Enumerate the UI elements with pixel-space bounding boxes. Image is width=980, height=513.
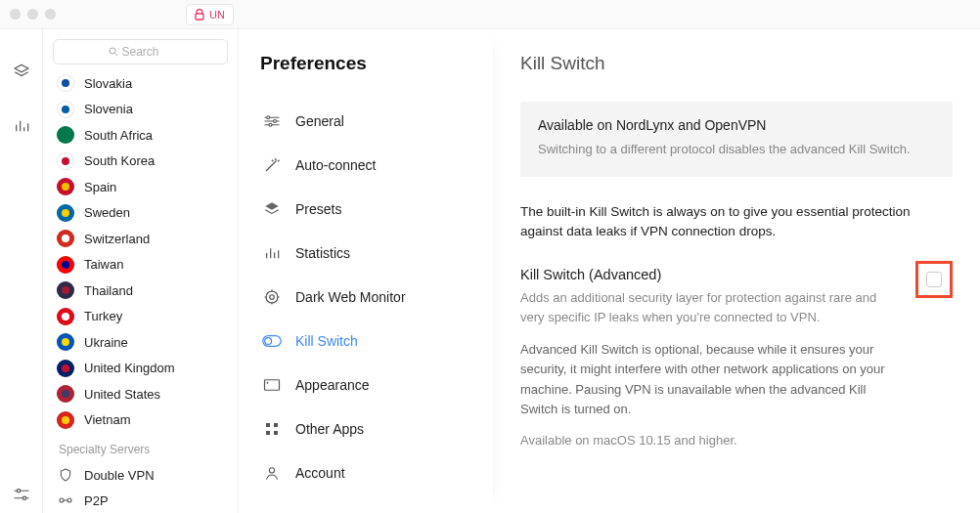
detail-heading: Kill Switch (520, 53, 953, 74)
nav-item-label: Other Apps (295, 421, 364, 437)
status-pill[interactable]: UN (186, 4, 234, 25)
nav-item-presets[interactable]: Presets (260, 192, 493, 227)
info-sub: Switching to a different protocol disabl… (538, 141, 935, 159)
country-item[interactable]: United Kingdom (57, 356, 238, 382)
country-name: Vietnam (84, 412, 130, 427)
svg-rect-18 (274, 431, 278, 435)
search-icon (108, 46, 119, 58)
svg-point-19 (269, 468, 274, 473)
info-title: Available on NordLynx and OpenVPN (538, 117, 935, 133)
specialty-item[interactable]: Double VPN (57, 462, 238, 488)
nav-item-dark-web-monitor[interactable]: Dark Web Monitor (260, 279, 493, 315)
stats-icon[interactable] (13, 117, 30, 135)
country-item[interactable]: Thailand (57, 278, 238, 304)
body: SlovakiaSloveniaSouth AfricaSouth KoreaS… (0, 29, 980, 513)
country-item[interactable]: Switzerland (57, 226, 238, 252)
country-item[interactable]: Turkey (57, 304, 238, 330)
svg-point-2 (22, 496, 25, 499)
flag-icon (57, 281, 74, 299)
country-name: Ukraine (84, 335, 128, 350)
country-name: Sweden (84, 205, 130, 220)
nav-item-statistics[interactable]: Statistics (260, 235, 493, 271)
grid-icon (262, 419, 282, 439)
svg-point-7 (274, 120, 277, 123)
min-dot[interactable] (27, 9, 38, 20)
nav-item-appearance[interactable]: Appearance (260, 367, 493, 403)
flag-icon (57, 152, 74, 170)
builtin-paragraph: The built-in Kill Switch is always on to… (520, 202, 953, 242)
country-name: United Kingdom (84, 361, 175, 375)
country-item[interactable]: Taiwan (57, 252, 238, 278)
country-name: Turkey (84, 309, 122, 323)
lock-icon (195, 9, 204, 21)
specialty-list: Double VPNP2P (57, 462, 238, 513)
flag-icon (57, 308, 74, 325)
nav-item-other-apps[interactable]: Other Apps (260, 411, 493, 447)
detail-pane: Kill Switch Available on NordLynx and Op… (493, 29, 980, 513)
svg-point-6 (267, 116, 270, 119)
country-item[interactable]: Slovenia (57, 97, 238, 123)
country-name: South Africa (84, 128, 153, 143)
country-name: Taiwan (84, 257, 123, 272)
country-sidebar: SlovakiaSloveniaSouth AfricaSouth KoreaS… (43, 29, 239, 513)
country-name: Thailand (84, 283, 133, 298)
window-controls (10, 9, 56, 20)
svg-rect-0 (196, 14, 203, 20)
shield-icon (57, 466, 74, 484)
target-icon (262, 287, 282, 307)
country-item[interactable]: Ukraine (57, 329, 238, 356)
specialty-label: Specialty Servers (59, 443, 238, 456)
nav-item-label: Presets (295, 201, 341, 217)
flag-icon (57, 178, 74, 195)
advanced-text: Kill Switch (Advanced) Adds an additiona… (520, 267, 896, 448)
svg-point-14 (267, 382, 269, 384)
flag-icon (57, 101, 74, 118)
country-item[interactable]: Vietnam (57, 407, 238, 434)
country-item[interactable]: South Korea (57, 149, 238, 175)
country-name: South Korea (84, 153, 155, 168)
country-name: Spain (84, 180, 116, 194)
svg-point-12 (265, 338, 272, 345)
iconbar (0, 29, 43, 513)
nav-item-label: Kill Switch (295, 333, 358, 349)
rect-icon (262, 375, 282, 395)
country-item[interactable]: Slovakia (57, 70, 238, 97)
settings-icon[interactable] (13, 486, 30, 503)
nav-item-auto-connect[interactable]: Auto-connect (260, 148, 493, 183)
country-item[interactable]: Spain (57, 174, 238, 200)
advanced-checkbox[interactable] (926, 272, 942, 287)
nav-item-general[interactable]: General (260, 104, 493, 139)
titlebar: UN (0, 0, 980, 29)
country-item[interactable]: South Africa (57, 122, 238, 149)
country-scroll[interactable]: SlovakiaSloveniaSouth AfricaSouth KoreaS… (43, 70, 238, 513)
svg-point-8 (269, 123, 272, 126)
svg-point-9 (266, 291, 278, 303)
close-dot[interactable] (10, 9, 21, 20)
advanced-row: Kill Switch (Advanced) Adds an additiona… (520, 267, 953, 448)
p2p-icon (57, 492, 74, 509)
advanced-title: Kill Switch (Advanced) (520, 267, 896, 282)
preferences-nav: GeneralAuto-connectPresetsStatisticsDark… (260, 104, 493, 491)
flag-icon (57, 204, 74, 222)
search-input[interactable] (53, 39, 228, 64)
flag-icon (57, 74, 74, 92)
max-dot[interactable] (45, 9, 56, 20)
layers-icon (262, 199, 282, 219)
svg-point-5 (67, 498, 71, 502)
specialty-item[interactable]: P2P (57, 488, 238, 513)
search-wrap (43, 29, 238, 70)
nav-item-label: Account (295, 465, 345, 481)
nav-item-kill-switch[interactable]: Kill Switch (260, 323, 493, 359)
nav-item-label: Appearance (295, 377, 370, 393)
country-item[interactable]: Sweden (57, 200, 238, 227)
wand-icon (262, 155, 282, 175)
country-item[interactable]: United States (57, 381, 238, 407)
nav-item-account[interactable]: Account (260, 455, 493, 491)
bars-icon (262, 243, 282, 263)
svg-point-1 (17, 490, 20, 492)
nav-item-label: Statistics (295, 245, 350, 261)
layers-icon[interactable] (13, 63, 30, 80)
app-window: UN SlovakiaSloveniaSouth A (0, 0, 980, 513)
sliders-icon (262, 111, 282, 131)
preferences-title: Preferences (260, 53, 493, 74)
